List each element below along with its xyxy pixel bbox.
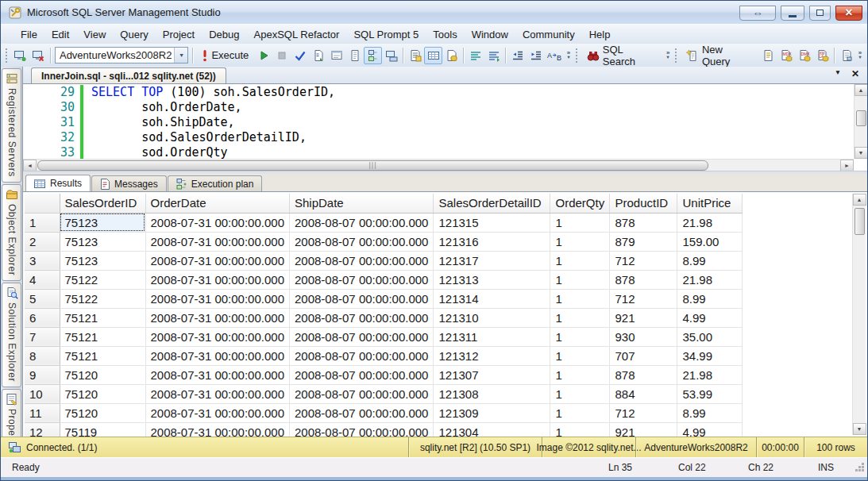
scroll-thumb[interactable] <box>856 110 866 126</box>
grid-cell[interactable]: 121313 <box>434 270 550 289</box>
column-header[interactable]: UnitPrice <box>677 194 743 213</box>
grid-cell[interactable]: 878 <box>610 270 677 289</box>
column-header[interactable]: OrderQty <box>550 194 610 213</box>
column-header[interactable]: SalesOrderID <box>60 194 145 213</box>
grid-cell[interactable]: 34.99 <box>677 346 743 365</box>
grid-vertical-scrollbar[interactable] <box>852 194 866 435</box>
scroll-down-icon[interactable] <box>854 147 868 159</box>
column-header[interactable]: ShipDate <box>289 194 433 213</box>
toolbar-options-icon[interactable] <box>855 47 865 64</box>
grid-cell[interactable]: 8.99 <box>677 403 743 422</box>
grid-cell[interactable]: 878 <box>610 365 677 384</box>
document-tab[interactable]: InnerJoin.sql - sqli...012 sqlity.net (5… <box>31 67 226 83</box>
query-options-button[interactable] <box>327 47 345 64</box>
column-header[interactable]: SalesOrderDetailID <box>434 194 550 213</box>
sidebar-tab-registered-servers[interactable]: Registered Servers <box>2 68 21 183</box>
grid-cell[interactable]: 2008-08-07 00:00:00.000 <box>289 251 433 270</box>
mdx-query-button[interactable]: MDX <box>777 47 795 64</box>
grid-cell[interactable]: 2008-07-31 00:00:00.000 <box>145 422 289 437</box>
grid-cell[interactable]: 2008-08-07 00:00:00.000 <box>289 403 433 422</box>
resize-grip[interactable] <box>854 462 866 473</box>
xmla-query-button[interactable]: XMLA <box>813 47 831 64</box>
cancel-query-button[interactable] <box>272 47 291 64</box>
scroll-thumb[interactable] <box>37 160 708 171</box>
grid-cell[interactable]: 1 <box>550 232 610 251</box>
grid-cell[interactable]: 21.98 <box>677 213 743 232</box>
debug-button[interactable] <box>254 47 272 64</box>
grid-cell[interactable]: 75121 <box>60 346 145 365</box>
size-button[interactable] <box>739 6 776 21</box>
grid-cell[interactable]: 2008-07-31 00:00:00.000 <box>145 270 289 289</box>
grid-cell[interactable]: 21.98 <box>677 365 743 384</box>
grid-cell[interactable]: 712 <box>610 251 677 270</box>
results-to-grid-button[interactable] <box>424 47 442 64</box>
scroll-left-icon[interactable] <box>23 160 37 171</box>
grid-cell[interactable]: 1 <box>550 346 610 365</box>
column-header[interactable]: ProductID <box>610 194 677 213</box>
grid-cell[interactable]: 121315 <box>434 213 550 232</box>
grid-cell[interactable]: 707 <box>610 346 677 365</box>
toolbar-options-icon[interactable] <box>564 47 573 64</box>
menu-apexsql-refactor[interactable]: ApexSQL Refactor <box>247 25 347 44</box>
row-header[interactable]: 3 <box>25 251 60 270</box>
grid-cell[interactable]: 121311 <box>434 327 550 346</box>
grid-cell[interactable]: 75120 <box>60 365 145 384</box>
grid-cell[interactable]: 879 <box>610 232 677 251</box>
toolbar-grip[interactable] <box>675 48 678 63</box>
menu-view[interactable]: View <box>76 25 113 44</box>
grid-cell[interactable]: 2008-08-07 00:00:00.000 <box>289 308 433 327</box>
code-area[interactable]: 29SELECT TOP (100) soh.SalesOrderID,30 s… <box>23 84 854 159</box>
grid-cell[interactable]: 2008-08-07 00:00:00.000 <box>289 327 433 346</box>
tab-messages[interactable]: Messages <box>91 175 167 191</box>
grid-cell[interactable]: 2008-08-07 00:00:00.000 <box>289 365 433 384</box>
database-combobox[interactable]: AdventureWorks2008R2 <box>55 47 188 63</box>
comment-button[interactable] <box>466 47 484 64</box>
scroll-down-icon[interactable] <box>853 423 866 435</box>
decrease-indent-button[interactable] <box>508 47 527 64</box>
minimize-button[interactable] <box>781 6 804 21</box>
results-to-text-button[interactable] <box>406 47 424 64</box>
grid-cell[interactable]: 121307 <box>434 365 550 384</box>
grid-cell[interactable]: 2008-07-31 00:00:00.000 <box>145 403 289 422</box>
grid-cell[interactable]: 2008-07-31 00:00:00.000 <box>145 346 289 365</box>
menu-query[interactable]: Query <box>113 25 155 44</box>
active-files-dropdown-icon[interactable] <box>834 68 842 79</box>
grid-cell[interactable]: 75119 <box>60 422 145 437</box>
grid-cell[interactable]: 1 <box>550 270 610 289</box>
grid-cell[interactable]: 2008-08-07 00:00:00.000 <box>289 422 433 437</box>
scroll-up-icon[interactable] <box>853 194 866 206</box>
uncomment-button[interactable] <box>484 47 503 64</box>
grid-cell[interactable]: 121308 <box>434 384 550 403</box>
grid-cell[interactable]: 75122 <box>60 289 145 308</box>
grid-cell[interactable]: 121309 <box>434 403 550 422</box>
format-sql-button[interactable]: AB <box>545 47 564 64</box>
grid-cell[interactable]: 75120 <box>60 384 145 403</box>
menu-window[interactable]: Window <box>465 25 515 44</box>
tab-results[interactable]: Results <box>25 175 91 191</box>
row-header[interactable]: 2 <box>25 232 60 251</box>
actual-plan-button[interactable] <box>364 47 382 64</box>
menu-project[interactable]: Project <box>156 25 202 44</box>
menu-sql-prompt-5[interactable]: SQL Prompt 5 <box>346 25 426 44</box>
column-header[interactable]: OrderDate <box>145 194 289 213</box>
grid-cell[interactable]: 2008-08-07 00:00:00.000 <box>289 384 433 403</box>
editor-vertical-scrollbar[interactable] <box>854 84 867 159</box>
new-query-button[interactable]: New Query <box>681 47 758 64</box>
grid-cell[interactable]: 75121 <box>60 308 145 327</box>
close-button[interactable] <box>835 6 862 21</box>
grid-cell[interactable]: 2008-07-31 00:00:00.000 <box>145 365 289 384</box>
sidebar-tab-object-explorer[interactable]: Object Explorer <box>2 184 21 281</box>
grid-cell[interactable]: 53.99 <box>677 384 743 403</box>
grid-cell[interactable]: 930 <box>610 327 677 346</box>
menu-help[interactable]: Help <box>582 25 618 44</box>
open-file-button[interactable] <box>837 47 855 64</box>
grid-cell[interactable]: 921 <box>610 308 677 327</box>
scroll-thumb[interactable] <box>854 208 865 235</box>
increase-indent-button[interactable] <box>527 47 545 64</box>
grid-cell[interactable]: 121312 <box>434 346 550 365</box>
grid-cell[interactable]: 1 <box>550 289 610 308</box>
tab-execution-plan[interactable]: Execution plan <box>168 175 263 191</box>
intellisense-button[interactable] <box>345 47 364 64</box>
grid-cell[interactable]: 21.98 <box>677 270 743 289</box>
grid-cell[interactable]: 2008-08-07 00:00:00.000 <box>289 270 433 289</box>
